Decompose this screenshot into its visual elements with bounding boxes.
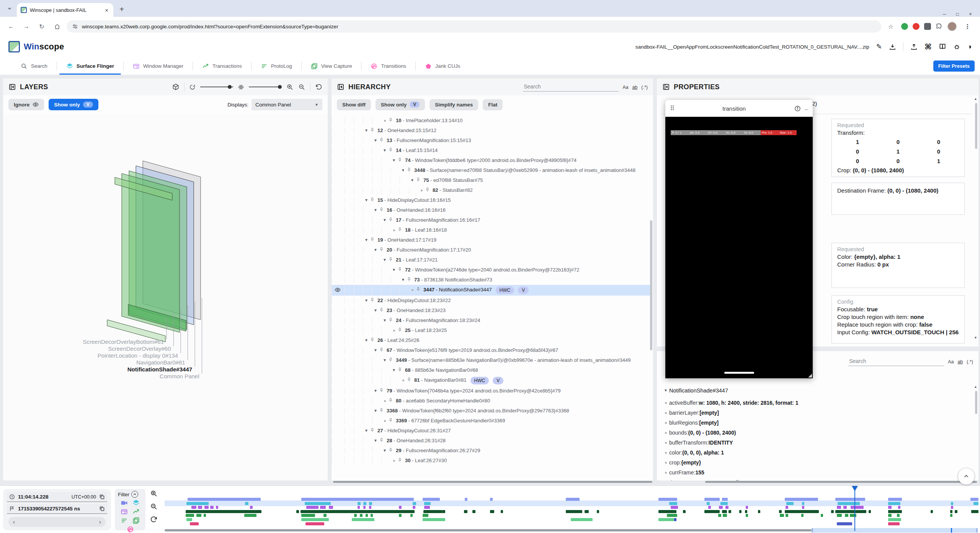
tab-search-button[interactable] bbox=[4, 3, 15, 14]
tree-node-13[interactable]: ▼13 - FullscreenMagnification:15:15#13 bbox=[332, 136, 650, 146]
pin-icon[interactable] bbox=[370, 197, 375, 202]
expand-arrow-icon[interactable]: ▼ bbox=[363, 427, 370, 434]
trace-segment-transactions[interactable] bbox=[658, 510, 676, 513]
scroll-up-arrow-icon[interactable]: ▲ bbox=[974, 385, 977, 389]
pin-icon[interactable] bbox=[370, 298, 375, 302]
trace-segment-surface-flinger[interactable] bbox=[363, 502, 367, 505]
tree-node-15[interactable]: ▼15 - HideDisplayCutout:16:16#15 bbox=[332, 195, 650, 205]
property-row[interactable]: activeBuffer: w: 1080, h: 2400, stride: … bbox=[662, 398, 973, 408]
tab-surface-flinger[interactable]: Surface Flinger bbox=[57, 57, 123, 75]
chip-show-only[interactable]: Show onlyV bbox=[376, 99, 425, 110]
tree-node-17[interactable]: ▼17 - FullscreenMagnification:16:16#17 bbox=[332, 215, 650, 225]
trace-segment-surface-flinger[interactable] bbox=[369, 502, 372, 505]
zoom-in-icon[interactable] bbox=[286, 83, 294, 91]
trace-segment-screen-recording[interactable] bbox=[423, 498, 440, 501]
tree-node-18[interactable]: 18 - Leaf:16:16#18 bbox=[332, 225, 650, 235]
pin-icon[interactable] bbox=[388, 217, 394, 222]
timeline-zoom-out-icon[interactable] bbox=[150, 503, 158, 510]
tree-node-23[interactable]: ▼23 - OneHanded:18:23#23 bbox=[332, 306, 650, 316]
window-minimize-button[interactable]: ─ bbox=[939, 11, 950, 17]
pin-icon[interactable] bbox=[379, 307, 384, 312]
pin-icon[interactable] bbox=[388, 147, 394, 152]
trace-segment-transactions[interactable] bbox=[758, 510, 760, 513]
zoom-out-icon[interactable] bbox=[298, 83, 305, 91]
trace-segment-transactions[interactable] bbox=[728, 510, 731, 513]
trace-segment-protolog[interactable] bbox=[366, 514, 368, 517]
tree-node-80[interactable]: 80 - ace6abb SecondaryHomeHandle0#80 bbox=[332, 396, 650, 406]
tab-protolog[interactable]: ProtoLog bbox=[252, 57, 301, 75]
properties-search-input[interactable]: Search bbox=[848, 357, 944, 366]
filter-presets-button[interactable]: Filter Presets bbox=[933, 60, 975, 72]
tab-search[interactable]: Search bbox=[11, 57, 57, 75]
trace-segment-protolog[interactable] bbox=[801, 514, 804, 517]
trace-segment-protolog[interactable] bbox=[950, 514, 952, 517]
expand-arrow-icon[interactable]: ▼ bbox=[381, 317, 388, 324]
pin-icon[interactable] bbox=[388, 418, 394, 423]
trace-segment-window-manager[interactable] bbox=[358, 506, 360, 509]
forward-button[interactable]: → bbox=[21, 21, 32, 32]
expand-arrow-icon[interactable]: ▼ bbox=[372, 407, 379, 414]
tree-node-22[interactable]: ▼22 - HideDisplayCutout:18:23#22 bbox=[332, 296, 650, 306]
expand-arrow-icon[interactable]: ▼ bbox=[400, 167, 407, 174]
trace-segment-protolog[interactable] bbox=[888, 514, 892, 517]
trace-segment-screen-recording[interactable] bbox=[188, 498, 261, 501]
tree-node-30[interactable]: 30 - Leaf:26:27#30 bbox=[332, 456, 650, 466]
transition-preview-window[interactable]: ⠿ transition _ P: 0 / 1dX: 0.0dY: 0.0Xv:… bbox=[665, 100, 813, 378]
tree-node-28[interactable]: ▼28 - OneHanded:26:31#28 bbox=[332, 436, 650, 446]
trace-segment-transactions[interactable] bbox=[501, 510, 503, 513]
expand-arrow-icon[interactable]: ▼ bbox=[363, 127, 370, 134]
trace-segment-surface-flinger[interactable] bbox=[707, 502, 710, 505]
next-frame-button[interactable]: › bbox=[99, 519, 101, 525]
expand-collapse-fab[interactable] bbox=[958, 468, 975, 485]
trace-segment-window-manager[interactable] bbox=[399, 506, 401, 509]
resize-handle[interactable] bbox=[808, 374, 812, 378]
collapse-panel-icon[interactable] bbox=[662, 83, 670, 91]
trace-segment-surface-flinger[interactable] bbox=[802, 502, 804, 505]
expand-arrow-icon[interactable]: ▼ bbox=[390, 266, 397, 273]
match-word-toggle[interactable]: ab bbox=[957, 359, 963, 366]
trace-segment-protolog[interactable] bbox=[360, 514, 362, 517]
trace-segment-screen-recording[interactable] bbox=[970, 498, 978, 501]
trace-segment-transactions[interactable] bbox=[779, 510, 781, 513]
human-time-field[interactable]: 11:04:14.228 UTC+00:00 bbox=[7, 492, 107, 502]
site-settings-icon[interactable] bbox=[72, 23, 78, 29]
layers-3d-canvas[interactable]: ScreenDecorOverlayBottom#61ScreenDecorOv… bbox=[3, 114, 328, 481]
trace-segment-protolog[interactable] bbox=[845, 514, 848, 517]
pin-icon[interactable] bbox=[407, 277, 412, 282]
pin-icon[interactable] bbox=[379, 408, 384, 413]
property-row[interactable]: color: (0, 0, 0), alpha: 1 bbox=[662, 448, 973, 458]
timeline-reset-zoom-icon[interactable] bbox=[150, 516, 158, 523]
trace-segment-window-manager[interactable] bbox=[413, 506, 415, 509]
property-row[interactable]: barrierLayer: [empty] bbox=[662, 408, 973, 418]
pin-icon[interactable] bbox=[397, 367, 403, 372]
minimize-icon[interactable]: _ bbox=[805, 104, 808, 113]
trace-segment-surface-flinger[interactable] bbox=[786, 502, 794, 505]
expand-arrow-icon[interactable]: ▼ bbox=[363, 337, 370, 344]
drag-handle-icon[interactable]: ⠿ bbox=[670, 105, 674, 113]
pin-icon[interactable] bbox=[397, 227, 403, 232]
upload-icon[interactable] bbox=[910, 43, 918, 51]
tree-node-24[interactable]: ▼24 - FullscreenMagnification:18:23#24 bbox=[332, 316, 650, 325]
trace-segment-window-manager[interactable] bbox=[363, 506, 366, 509]
tab-window-manager[interactable]: Window Manager bbox=[124, 57, 193, 75]
pin-icon[interactable] bbox=[379, 247, 384, 252]
expand-arrow-icon[interactable]: ▼ bbox=[381, 217, 388, 224]
view-capture-icon[interactable] bbox=[132, 517, 140, 524]
tree-node-29[interactable]: ▼29 - FullscreenMagnification:26:27#29 bbox=[332, 446, 650, 456]
trace-segment-transactions[interactable] bbox=[950, 510, 952, 513]
trace-segment-protolog[interactable] bbox=[718, 514, 722, 517]
trace-segment-window-manager[interactable] bbox=[746, 506, 748, 509]
trace-segment-screen-recording[interactable] bbox=[835, 498, 866, 501]
tree-node-14[interactable]: ▼14 - Leaf:15:15#14 bbox=[332, 146, 650, 155]
trace-segment-protolog[interactable] bbox=[786, 514, 788, 517]
tree-node-19[interactable]: ▼19 - OneHanded:17:17#19 bbox=[332, 235, 650, 245]
extensions-puzzle-icon[interactable] bbox=[936, 23, 942, 30]
property-row[interactable]: dataspace: BT709 sRGB Full range bbox=[662, 477, 973, 481]
browser-menu-icon[interactable]: ⋮ bbox=[962, 21, 973, 32]
trace-segment-view-capture[interactable] bbox=[571, 518, 593, 521]
trace-segment-transactions[interactable] bbox=[785, 510, 819, 513]
match-case-toggle[interactable]: Aa bbox=[948, 359, 954, 366]
scroll-up-arrow-icon[interactable]: ▲ bbox=[974, 97, 977, 101]
pin-icon[interactable] bbox=[379, 438, 384, 443]
eye-icon[interactable] bbox=[335, 287, 341, 293]
